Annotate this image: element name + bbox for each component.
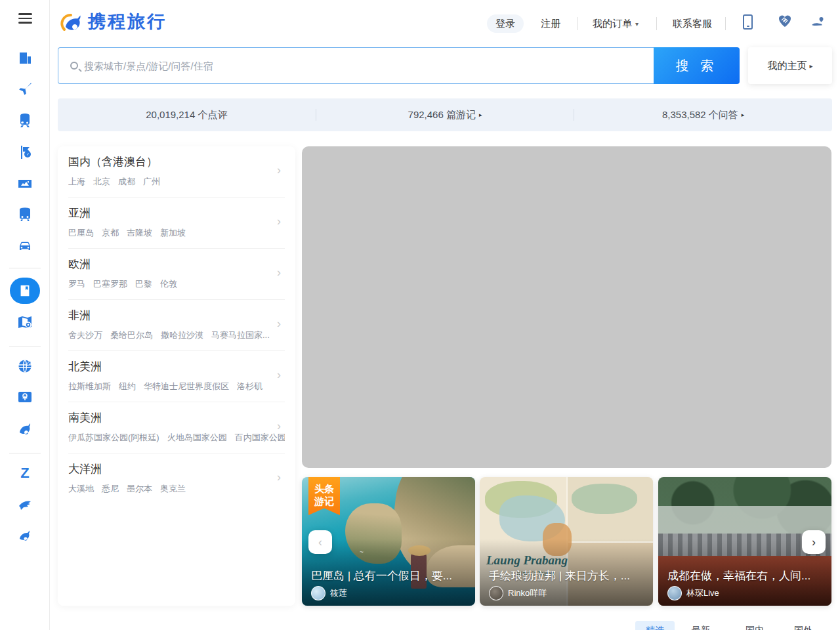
- destination-link[interactable]: 墨尔本: [127, 484, 152, 494]
- destination-link[interactable]: 拉斯维加斯: [68, 381, 111, 391]
- bottom-tab-selected[interactable]: 精选: [635, 621, 675, 630]
- z-app-icon[interactable]: Z: [17, 465, 33, 481]
- hotel-icon[interactable]: [17, 50, 33, 66]
- travel-notes-active-item[interactable]: [10, 278, 40, 304]
- rail-divider: [9, 268, 41, 268]
- destination-link[interactable]: 北京: [93, 177, 110, 186]
- heart-handshake-icon[interactable]: [777, 13, 793, 29]
- destination-link[interactable]: 百内国家公园: [235, 432, 285, 442]
- destination-link[interactable]: 舍夫沙万: [68, 330, 102, 340]
- train-icon[interactable]: [17, 113, 33, 129]
- destination-link[interactable]: 京都: [102, 228, 119, 238]
- destination-link[interactable]: 巴厘岛: [68, 228, 94, 238]
- global-travel-icon[interactable]: [17, 358, 33, 374]
- card-title: 成都在做，幸福在右，人间...: [667, 568, 824, 583]
- arrow-right-icon: ▸: [479, 112, 482, 118]
- bottom-tab[interactable]: 最新: [684, 621, 718, 630]
- dolphin-logo-mark: [60, 10, 84, 33]
- hamburger-menu-icon[interactable]: [18, 13, 32, 24]
- chevron-right-icon: ›: [277, 471, 281, 484]
- destination-link[interactable]: 马赛马拉国家...: [211, 330, 270, 340]
- car-icon[interactable]: [17, 238, 33, 254]
- destination-link[interactable]: 桑给巴尔岛: [110, 330, 153, 340]
- gift-card-icon[interactable]: [17, 389, 33, 405]
- destination-link[interactable]: 奥克兰: [160, 484, 186, 494]
- card-title: 巴厘岛 | 总有一个假日，要...: [311, 568, 467, 583]
- search-input[interactable]: [84, 60, 622, 72]
- guide-map-icon[interactable]: [17, 314, 33, 330]
- search-button[interactable]: 搜 索: [654, 47, 740, 84]
- ctrip-travel-homepage: Z 携程旅行 登录 注册 我的订单▾ 联系客服 搜 索 我的主页▸: [0, 0, 840, 630]
- destination-link[interactable]: 罗马: [68, 279, 85, 289]
- bottom-tab[interactable]: 国外: [786, 621, 820, 630]
- destination-link[interactable]: 大溪地: [68, 484, 94, 494]
- chevron-right-icon: ›: [277, 163, 281, 177]
- mobile-app-icon[interactable]: [743, 14, 753, 30]
- left-rail: Z: [0, 0, 50, 630]
- chevron-right-icon: ›: [277, 266, 281, 280]
- destination-link[interactable]: 吉隆坡: [127, 228, 152, 238]
- destination-section-europe[interactable]: 欧洲 罗马巴塞罗那巴黎伦敦 ›: [68, 249, 285, 300]
- destination-link[interactable]: 华特迪士尼世界度假区: [144, 381, 229, 391]
- destination-link[interactable]: 成都: [118, 177, 135, 186]
- destination-link[interactable]: 撒哈拉沙漠: [161, 330, 203, 340]
- ctrip-logo[interactable]: 携程旅行: [60, 10, 167, 33]
- destination-link[interactable]: 纽约: [119, 381, 136, 391]
- destination-link[interactable]: 新加坡: [160, 228, 186, 238]
- caret-down-icon: ▾: [635, 20, 639, 28]
- stat-qa[interactable]: 8,353,582 个问答▸: [574, 109, 832, 121]
- rail-divider: [9, 346, 41, 347]
- header-divider: [725, 17, 726, 30]
- stat-reviews[interactable]: 20,019,214 个点评: [58, 109, 316, 121]
- dolphin-logo-icon[interactable]: [17, 421, 33, 437]
- author-name: 林琛Live: [686, 587, 719, 599]
- my-orders-menu[interactable]: 我的订单▾: [593, 14, 639, 33]
- destination-link[interactable]: 广州: [143, 177, 160, 186]
- tour-flag-icon[interactable]: [17, 144, 33, 160]
- destination-link[interactable]: 伊瓜苏国家公园(阿根廷): [68, 432, 159, 442]
- destination-link[interactable]: 伦敦: [160, 279, 177, 289]
- destination-section-south-america[interactable]: 南美洲 伊瓜苏国家公园(阿根廷)火地岛国家公园百内国家公园 ›: [68, 402, 285, 453]
- destination-panel: 国内（含港澳台） 上海北京成都广州 › 亚洲 巴厘岛京都吉隆坡新加坡 › 欧洲 …: [58, 146, 295, 606]
- destination-link[interactable]: 巴黎: [135, 279, 152, 289]
- customer-service-link[interactable]: 联系客服: [673, 14, 712, 33]
- card-title: 手绘琅勃拉邦 | 来日方长，...: [489, 568, 645, 583]
- bird-app-icon[interactable]: [17, 497, 33, 513]
- stat-travel-notes[interactable]: 792,466 篇游记▸: [316, 109, 574, 121]
- logo-text: 携程旅行: [88, 10, 167, 33]
- chevron-right-icon: ›: [277, 317, 281, 331]
- destination-section-oceania[interactable]: 大洋洲 大溪地悉尼墨尔本奥克兰 ›: [68, 453, 285, 505]
- destination-section-africa[interactable]: 非洲 舍夫沙万桑给巴尔岛撒哈拉沙漠马赛马拉国家... ›: [68, 300, 285, 351]
- my-homepage-button[interactable]: 我的主页▸: [748, 47, 832, 84]
- flight-icon[interactable]: [17, 81, 33, 97]
- bus-icon[interactable]: [17, 207, 33, 222]
- login-button[interactable]: 登录: [487, 14, 524, 33]
- author-name: Rinko咩咩: [508, 587, 547, 599]
- author-name: 筱莲: [330, 587, 347, 599]
- hand-heart-icon[interactable]: [810, 13, 827, 30]
- bottom-tab[interactable]: 国内: [738, 621, 772, 630]
- destination-link[interactable]: 巴塞罗那: [93, 279, 127, 289]
- chevron-right-icon: ›: [277, 419, 281, 433]
- ticket-attraction-icon[interactable]: [17, 176, 33, 192]
- stats-bar: 20,019,214 个点评 792,466 篇游记▸ 8,353,582 个问…: [58, 98, 832, 131]
- destination-link[interactable]: 火地岛国家公园: [167, 432, 227, 442]
- destination-link[interactable]: 洛杉矶: [237, 381, 262, 391]
- carousel-next-button[interactable]: ›: [802, 530, 826, 554]
- destination-section-domestic[interactable]: 国内（含港澳台） 上海北京成都广州 ›: [68, 146, 285, 198]
- search-icon: [70, 62, 78, 70]
- chevron-right-icon: ›: [277, 215, 281, 228]
- chevron-right-icon: ›: [277, 368, 281, 382]
- rail-divider: [9, 453, 41, 453]
- destination-link[interactable]: 上海: [68, 177, 85, 186]
- destination-section-north-america[interactable]: 北美洲 拉斯维加斯纽约华特迪士尼世界度假区洛杉矶 ›: [68, 351, 285, 402]
- destination-link[interactable]: 悉尼: [102, 484, 119, 494]
- destination-section-asia[interactable]: 亚洲 巴厘岛京都吉隆坡新加坡 ›: [68, 198, 285, 249]
- header-divider: [656, 17, 657, 30]
- featured-media-placeholder[interactable]: [302, 146, 831, 468]
- travel-note-card-luang-prabang[interactable]: Laung Prabang Rinko's Travel 手绘琅勃拉邦 | 来日…: [480, 477, 653, 606]
- register-button[interactable]: 注册: [541, 14, 560, 33]
- dolphin-app-icon[interactable]: [17, 528, 33, 544]
- search-bar: [58, 47, 654, 84]
- carousel-prev-button[interactable]: ‹: [308, 530, 332, 554]
